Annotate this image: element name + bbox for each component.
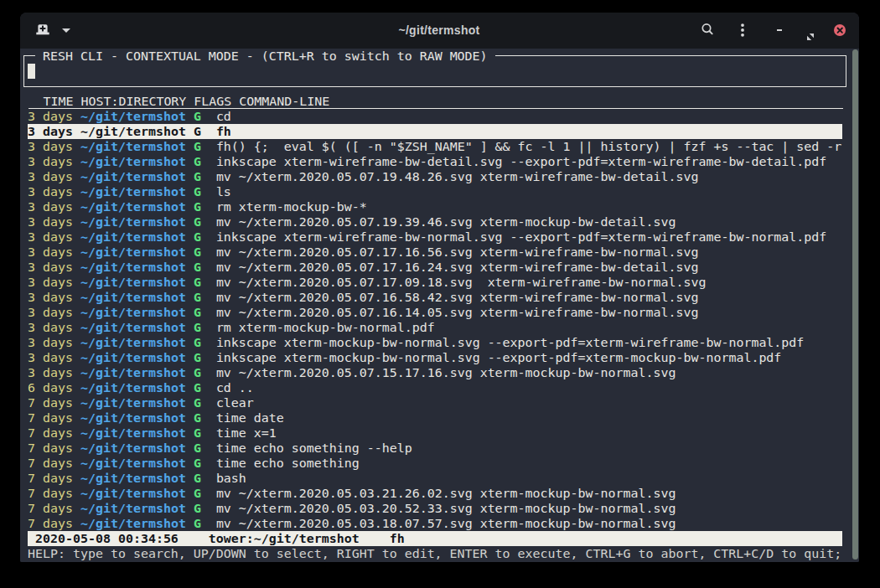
- terminal-window: ~/git/termshot: [20, 13, 859, 562]
- row-time: 3 days: [28, 214, 73, 230]
- row-time: 7 days: [28, 486, 73, 501]
- history-row[interactable]: 3 days ~/git/termshot G inkscape xterm-w…: [20, 230, 842, 245]
- history-row[interactable]: 7 days ~/git/termshot G time echo someth…: [20, 456, 842, 471]
- history-row[interactable]: 7 days ~/git/termshot G mv ~/xterm.2020.…: [20, 501, 842, 516]
- row-time: 3 days: [28, 154, 73, 169]
- menu-button[interactable]: [740, 23, 745, 37]
- history-row[interactable]: 7 days ~/git/termshot G time date: [20, 410, 842, 426]
- row-flags: G: [194, 486, 201, 501]
- history-row[interactable]: 3 days ~/git/termshot G cd: [20, 109, 842, 124]
- restore-button[interactable]: [807, 28, 814, 34]
- row-host-directory: ~/git/termshot: [80, 516, 186, 531]
- resh-banner: RESH CLI - CONTEXTUAL MODE - (CTRL+R to …: [35, 49, 495, 64]
- status-row: 2020-05-08 00:34:56 tower:~/git/termshot…: [20, 531, 842, 546]
- row-time: 3 days: [28, 320, 73, 335]
- history-row[interactable]: 3 days ~/git/termshot G mv ~/xterm.2020.…: [20, 290, 842, 305]
- row-flags: G: [194, 380, 201, 395]
- scrollbar-thumb[interactable]: [852, 49, 858, 560]
- row-time: 3 days: [28, 350, 73, 365]
- history-row[interactable]: 7 days ~/git/termshot G mv ~/xterm.2020.…: [20, 516, 842, 531]
- history-row[interactable]: 3 days ~/git/termshot G fh: [20, 124, 842, 139]
- history-row[interactable]: 3 days ~/git/termshot G inkscape xterm-m…: [20, 350, 842, 365]
- row-host-directory: ~/git/termshot: [80, 380, 186, 395]
- row-time: 3 days: [28, 124, 73, 139]
- row-flags: G: [194, 260, 201, 275]
- row-command: mv ~/xterm.2020.05.07.15.17.16.svg xterm…: [216, 365, 676, 380]
- history-row[interactable]: 7 days ~/git/termshot G mv ~/xterm.2020.…: [20, 486, 842, 501]
- row-command: time echo something: [216, 456, 360, 471]
- history-row[interactable]: 3 days ~/git/termshot G inkscape xterm-m…: [20, 335, 842, 350]
- history-row[interactable]: 6 days ~/git/termshot G cd ..: [20, 380, 842, 395]
- row-command: fh() {; eval $( ([ -n "$ZSH_NAME" ] && f…: [216, 139, 841, 154]
- row-command: mv ~/xterm.2020.05.07.17.16.24.svg xterm…: [216, 260, 699, 275]
- row-time: 3 days: [28, 184, 73, 199]
- row-host-directory: ~/git/termshot: [80, 139, 186, 154]
- row-command: rm xterm-mockup-bw-*: [216, 199, 367, 214]
- row-time: 3 days: [28, 230, 73, 245]
- row-host-directory: ~/git/termshot: [80, 426, 186, 441]
- history-row[interactable]: 3 days ~/git/termshot G mv ~/xterm.2020.…: [20, 169, 842, 184]
- row-command: inkscape xterm-wireframe-bw-detail.svg -…: [216, 154, 826, 169]
- row-time: 7 days: [28, 516, 73, 531]
- row-host-directory: ~/git/termshot: [80, 214, 186, 230]
- row-flags: G: [194, 305, 201, 320]
- chevron-down-icon: [62, 28, 70, 33]
- search-button[interactable]: [701, 23, 715, 37]
- row-flags: G: [194, 516, 201, 531]
- titlebar[interactable]: ~/git/termshot: [20, 13, 859, 49]
- row-command: time echo something --help: [216, 441, 412, 456]
- row-host-directory: ~/git/termshot: [80, 501, 186, 516]
- window-title: ~/git/termshot: [398, 23, 479, 37]
- row-flags: G: [194, 184, 201, 199]
- row-host-directory: ~/git/termshot: [80, 350, 186, 365]
- row-time: 3 days: [28, 245, 73, 260]
- history-row[interactable]: 3 days ~/git/termshot G rm xterm-mockup-…: [20, 199, 842, 214]
- row-flags: G: [194, 501, 201, 516]
- row-time: 7 days: [28, 441, 73, 456]
- row-command: mv ~/xterm.2020.05.07.19.48.26.svg xterm…: [216, 169, 699, 184]
- minimize-button[interactable]: [777, 29, 783, 31]
- row-host-directory: ~/git/termshot: [80, 320, 186, 335]
- row-time: 3 days: [28, 169, 73, 184]
- row-command: mv ~/xterm.2020.05.07.19.39.46.svg xterm…: [216, 214, 676, 230]
- row-command: time x=1: [216, 426, 277, 441]
- row-flags: G: [194, 290, 201, 305]
- row-command: bash: [216, 471, 246, 486]
- search-icon: [701, 23, 715, 37]
- tabs-dropdown-button[interactable]: [62, 28, 72, 34]
- row-time: 7 days: [28, 410, 73, 426]
- history-row[interactable]: 3 days ~/git/termshot G mv ~/xterm.2020.…: [20, 260, 842, 275]
- history-row[interactable]: 3 days ~/git/termshot G ls: [20, 184, 842, 199]
- history-row[interactable]: 3 days ~/git/termshot G mv ~/xterm.2020.…: [20, 214, 842, 230]
- row-host-directory: ~/git/termshot: [80, 395, 186, 410]
- history-row[interactable]: 3 days ~/git/termshot G inkscape xterm-w…: [20, 154, 842, 169]
- history-row[interactable]: 7 days ~/git/termshot G time x=1: [20, 426, 842, 441]
- row-time: 7 days: [28, 471, 73, 486]
- history-row[interactable]: 3 days ~/git/termshot G mv ~/xterm.2020.…: [20, 365, 842, 380]
- row-command: time date: [216, 410, 284, 426]
- history-row[interactable]: 3 days ~/git/termshot G mv ~/xterm.2020.…: [20, 305, 842, 320]
- history-row[interactable]: 7 days ~/git/termshot G time echo someth…: [20, 441, 842, 456]
- row-flags: G: [194, 214, 201, 230]
- history-row[interactable]: 3 days ~/git/termshot G mv ~/xterm.2020.…: [20, 245, 842, 260]
- row-flags: G: [194, 139, 201, 154]
- close-button[interactable]: [834, 24, 846, 36]
- kebab-menu-icon: [740, 23, 745, 37]
- history-row[interactable]: 3 days ~/git/termshot G fh() {; eval $( …: [20, 139, 842, 154]
- new-tab-button[interactable]: [35, 23, 50, 37]
- row-command: mv ~/xterm.2020.05.07.17.09.18.svg xterm…: [216, 275, 707, 290]
- history-row[interactable]: 7 days ~/git/termshot G clear: [20, 395, 842, 410]
- terminal-screen[interactable]: RESH CLI - CONTEXTUAL MODE - (CTRL+R to …: [20, 49, 859, 562]
- history-row[interactable]: 3 days ~/git/termshot G rm xterm-mockup-…: [20, 320, 842, 335]
- row-time: 3 days: [28, 139, 73, 154]
- history-row[interactable]: 3 days ~/git/termshot G mv ~/xterm.2020.…: [20, 275, 842, 290]
- row-flags: G: [194, 456, 201, 471]
- row-flags: G: [194, 199, 201, 214]
- row-host-directory: ~/git/termshot: [80, 169, 186, 184]
- row-time: 7 days: [28, 501, 73, 516]
- status-bar: 2020-05-08 00:34:56 tower:~/git/termshot…: [28, 531, 842, 546]
- history-row[interactable]: 7 days ~/git/termshot G bash: [20, 471, 842, 486]
- row-host-directory: ~/git/termshot: [80, 486, 186, 501]
- history-list: 3 days ~/git/termshot G cd 3 days ~/git/…: [20, 109, 842, 531]
- row-flags: G: [194, 154, 201, 169]
